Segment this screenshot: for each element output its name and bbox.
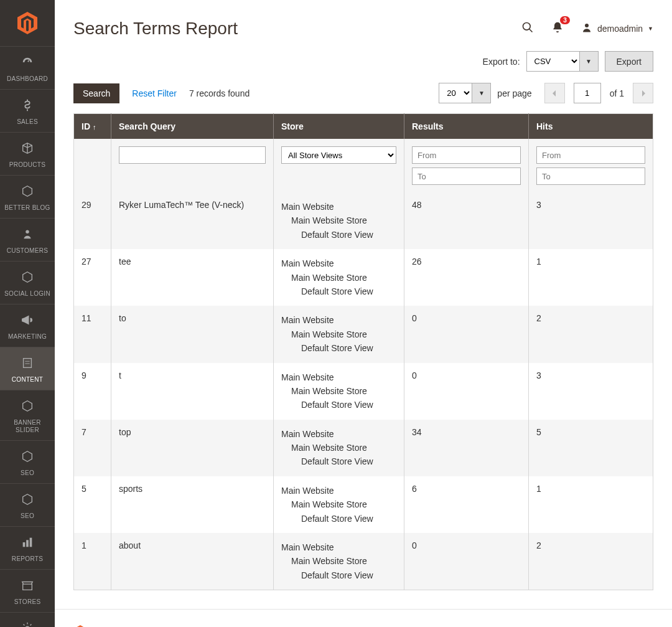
table-row[interactable]: 11toMain WebsiteMain Website StoreDefaul… <box>74 306 653 362</box>
page-header: Search Terms Report 3 demoadmin ▼ <box>55 0 672 51</box>
cube-icon <box>2 141 52 159</box>
cell-hits: 3 <box>529 192 653 249</box>
cell-results: 26 <box>404 249 529 306</box>
user-menu[interactable]: demoadmin ▼ <box>581 22 653 36</box>
sidebar-item-system[interactable]: SYSTEM <box>0 613 55 627</box>
sidebar-item-better-blog[interactable]: BETTER BLOG <box>0 176 55 219</box>
cell-store: Main WebsiteMain Website StoreDefault St… <box>274 363 404 420</box>
cell-results: 6 <box>404 476 529 533</box>
cell-hits: 1 <box>529 476 653 533</box>
cell-store: Main WebsiteMain Website StoreDefault St… <box>274 249 404 306</box>
person-icon <box>2 227 52 245</box>
sidebar-item-social-login[interactable]: SOCIAL LOGIN <box>0 262 55 304</box>
notification-badge: 3 <box>560 16 570 24</box>
column-hits[interactable]: Hits <box>529 114 653 139</box>
cell-results: 0 <box>404 363 529 420</box>
table-row[interactable]: 7topMain WebsiteMain Website StoreDefaul… <box>74 420 653 476</box>
cell-store: Main WebsiteMain Website StoreDefault St… <box>274 476 404 533</box>
svg-rect-6 <box>30 538 32 547</box>
export-button[interactable]: Export <box>605 51 653 72</box>
cell-id: 27 <box>74 249 111 306</box>
table-row[interactable]: 29Ryker LumaTech™ Tee (V-neck)Main Websi… <box>74 192 653 249</box>
export-bar: Export to: CSV ▼ Export <box>55 51 672 83</box>
hex-icon <box>2 184 52 202</box>
filter-hits-from[interactable] <box>536 146 645 164</box>
bars-icon <box>2 535 52 553</box>
reset-filter-link[interactable]: Reset Filter <box>132 88 177 98</box>
sidebar-item-banner-slider[interactable]: BANNER SLIDER <box>0 390 55 441</box>
sidebar-item-label: CONTENT <box>2 376 52 384</box>
cell-results: 34 <box>404 420 529 476</box>
filter-query-input[interactable] <box>119 146 266 164</box>
search-button[interactable]: Search <box>73 83 119 103</box>
sidebar-item-label: SOCIAL LOGIN <box>2 290 52 298</box>
sort-asc-icon: ↑ <box>93 123 96 131</box>
svg-line-9 <box>529 29 532 32</box>
sidebar-item-sales[interactable]: SALES <box>0 90 55 133</box>
filter-results-to[interactable] <box>412 167 521 185</box>
hex-icon <box>2 270 52 288</box>
hex-icon <box>2 493 52 510</box>
cell-store: Main WebsiteMain Website StoreDefault St… <box>274 306 404 362</box>
filter-row: All Store Views <box>74 139 653 192</box>
cell-query: sports <box>111 476 274 533</box>
sidebar-item-stores[interactable]: STORES <box>0 570 55 613</box>
per-page-control: 20 ▼ per page <box>439 83 531 103</box>
sidebar-item-label: SEO <box>2 512 52 520</box>
cell-results: 48 <box>404 192 529 249</box>
table-row[interactable]: 9tMain WebsiteMain Website StoreDefault … <box>74 363 653 420</box>
next-page-button[interactable] <box>633 83 653 103</box>
table-row[interactable]: 5sportsMain WebsiteMain Website StoreDef… <box>74 476 653 533</box>
gear-icon <box>2 621 52 627</box>
filter-store-select[interactable]: All Store Views <box>281 146 396 164</box>
pager: of 1 <box>544 83 653 103</box>
filter-results-from[interactable] <box>412 146 521 164</box>
cell-query: tee <box>111 249 274 306</box>
cell-hits: 2 <box>529 306 653 362</box>
sidebar-item-seo[interactable]: SEO <box>0 484 55 527</box>
table-row[interactable]: 27teeMain WebsiteMain Website StoreDefau… <box>74 249 653 306</box>
hex-icon <box>2 450 52 467</box>
filter-hits-to[interactable] <box>536 167 645 185</box>
chevron-down-icon[interactable]: ▼ <box>580 51 599 72</box>
cell-store: Main WebsiteMain Website StoreDefault St… <box>274 192 404 249</box>
sidebar-item-products[interactable]: PRODUCTS <box>0 133 55 176</box>
chevron-down-icon: ▼ <box>648 26 653 32</box>
search-icon[interactable] <box>521 21 534 37</box>
cell-store: Main WebsiteMain Website StoreDefault St… <box>274 533 404 590</box>
table-row[interactable]: 1aboutMain WebsiteMain Website StoreDefa… <box>74 533 653 590</box>
sidebar-item-label: PRODUCTS <box>2 161 52 169</box>
magento-logo[interactable] <box>0 0 55 47</box>
sidebar-item-customers[interactable]: CUSTOMERS <box>0 219 55 262</box>
page-title: Search Terms Report <box>73 19 238 39</box>
megaphone-icon <box>2 313 52 331</box>
sidebar-item-dashboard[interactable]: DASHBOARD <box>0 47 55 90</box>
sidebar-item-label: BANNER SLIDER <box>2 419 52 434</box>
sidebar-item-label: BETTER BLOG <box>2 204 52 212</box>
sidebar-item-marketing[interactable]: MARKETING <box>0 304 55 347</box>
prev-page-button[interactable] <box>544 83 565 103</box>
cell-hits: 5 <box>529 420 653 476</box>
sidebar-item-reports[interactable]: REPORTS <box>0 527 55 570</box>
chevron-down-icon[interactable]: ▼ <box>472 83 491 103</box>
sidebar-item-content[interactable]: CONTENT <box>0 347 55 390</box>
sidebar-item-label: DASHBOARD <box>2 75 52 83</box>
sidebar-item-label: STORES <box>2 598 52 606</box>
cell-id: 5 <box>74 476 111 533</box>
cell-results: 0 <box>404 306 529 362</box>
cell-id: 1 <box>74 533 111 590</box>
notifications-icon[interactable]: 3 <box>551 21 564 37</box>
sidebar-item-seo[interactable]: SEO <box>0 441 55 484</box>
export-label: Export to: <box>483 57 520 67</box>
cell-query: t <box>111 363 274 420</box>
page-input[interactable] <box>574 83 601 103</box>
per-page-select[interactable]: 20 ▼ <box>439 83 491 103</box>
sidebar-item-label: REPORTS <box>2 555 52 563</box>
column-results[interactable]: Results <box>404 114 529 139</box>
gauge-icon <box>2 55 52 73</box>
export-format-select[interactable]: CSV ▼ <box>526 51 599 72</box>
column-query[interactable]: Search Query <box>111 114 274 139</box>
column-store[interactable]: Store <box>274 114 404 139</box>
column-id[interactable]: ID↑ <box>74 114 111 139</box>
cell-id: 9 <box>74 363 111 420</box>
